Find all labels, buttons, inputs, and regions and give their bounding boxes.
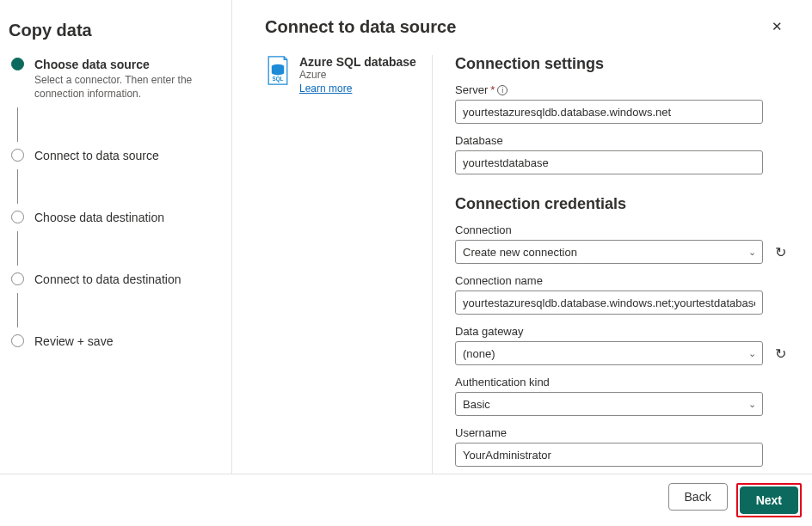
username-input[interactable] (455, 443, 763, 467)
server-input[interactable] (455, 100, 763, 124)
step-connect-destination[interactable]: Connect to data destination (9, 272, 223, 290)
step-indicator (11, 334, 24, 347)
step-connector (17, 231, 18, 266)
wizard-footer: Back Next (0, 474, 812, 526)
step-choose-source[interactable]: Choose data source Select a connector. T… (9, 58, 223, 104)
step-desc: Select a connector. Then enter the conne… (34, 73, 215, 101)
connection-name-label: Connection name (455, 274, 543, 287)
step-connector (17, 169, 18, 204)
gateway-label: Data gateway (455, 325, 524, 338)
step-label: Connect to data destination (34, 272, 181, 286)
source-column: SQL Azure SQL database Azure Learn more (265, 55, 433, 481)
info-icon[interactable]: i (497, 85, 508, 95)
gateway-select[interactable] (455, 341, 763, 365)
form-column: Connection settings Server * i Database … (433, 55, 786, 481)
next-button[interactable]: Next (740, 486, 798, 514)
step-label: Choose data destination (34, 211, 164, 224)
step-label: Connect to data source (34, 149, 159, 162)
section-connection-credentials: Connection credentials (455, 195, 786, 213)
connection-select[interactable] (455, 240, 763, 264)
page-title: Connect to data source (265, 17, 456, 37)
step-label: Choose data source (34, 58, 215, 71)
server-label: Server (455, 83, 488, 96)
source-publisher: Azure (299, 69, 416, 81)
step-indicator (11, 211, 24, 223)
required-indicator: * (490, 83, 495, 96)
step-connector (17, 293, 18, 327)
connection-name-input[interactable] (455, 291, 763, 315)
step-connect-source[interactable]: Connect to data source (9, 149, 223, 166)
database-label: Database (455, 134, 503, 147)
svg-text:SQL: SQL (273, 76, 284, 83)
step-indicator (11, 149, 24, 162)
refresh-icon[interactable]: ↻ (775, 244, 786, 260)
step-choose-destination[interactable]: Choose data destination (9, 211, 223, 228)
section-connection-settings: Connection settings (455, 55, 786, 73)
learn-more-link[interactable]: Learn more (299, 83, 352, 95)
wizard-sidebar: Copy data Choose data source Select a co… (0, 0, 232, 481)
step-indicator-active (11, 58, 24, 70)
close-icon[interactable]: ✕ (768, 15, 786, 38)
back-button[interactable]: Back (668, 483, 728, 511)
source-name: Azure SQL database (299, 55, 416, 69)
azure-sql-icon: SQL (265, 55, 291, 86)
step-indicator (11, 272, 24, 285)
database-input[interactable] (455, 150, 763, 174)
next-highlight: Next (736, 483, 802, 517)
wizard-title: Copy data (9, 21, 223, 40)
auth-kind-label: Authentication kind (455, 376, 550, 388)
step-connector (17, 107, 18, 142)
username-label: Username (455, 426, 507, 439)
auth-kind-select[interactable] (455, 392, 763, 416)
step-label: Review + save (34, 334, 113, 348)
refresh-icon[interactable]: ↻ (775, 346, 786, 362)
step-review-save[interactable]: Review + save (9, 334, 223, 352)
connection-label: Connection (455, 223, 512, 236)
